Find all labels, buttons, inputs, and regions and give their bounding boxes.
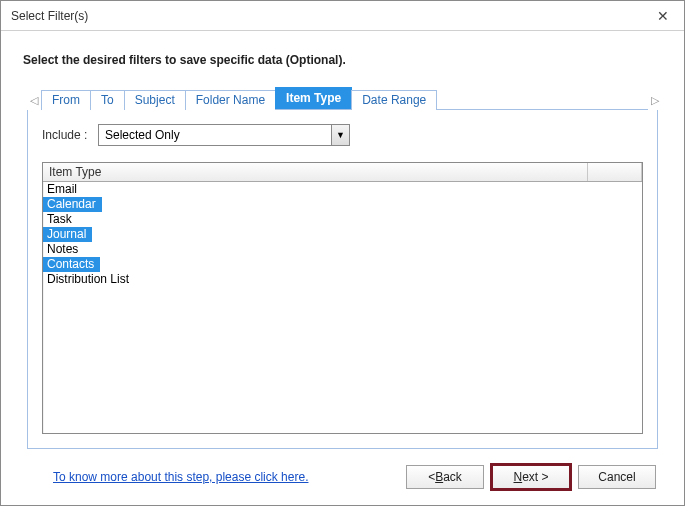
list-item-distribution-list[interactable]: Distribution List bbox=[43, 272, 133, 287]
list-body: Email Calendar Task Journal Notes Contac… bbox=[43, 182, 642, 433]
triangle-left-icon: ◁ bbox=[30, 94, 38, 107]
include-select[interactable]: Selected Only ▼ bbox=[98, 124, 350, 146]
triangle-right-icon: ▷ bbox=[651, 94, 659, 107]
tab-date-range[interactable]: Date Range bbox=[351, 90, 437, 110]
list-header-row: Item Type bbox=[43, 163, 642, 182]
include-row: Include : Selected Only ▼ bbox=[42, 124, 643, 146]
tab-to[interactable]: To bbox=[90, 90, 125, 110]
next-button-mnemonic: N bbox=[513, 470, 522, 484]
tab-from[interactable]: From bbox=[41, 90, 91, 110]
next-button-rest: ext > bbox=[522, 470, 548, 484]
next-button[interactable]: Next > bbox=[492, 465, 570, 489]
list-item-notes[interactable]: Notes bbox=[43, 242, 83, 257]
list-item-calendar[interactable]: Calendar bbox=[43, 197, 102, 212]
tab-scroll-right[interactable]: ▷ bbox=[648, 90, 662, 110]
content-area: Select the desired filters to save speci… bbox=[1, 31, 684, 505]
footer-row: To know more about this step, please cli… bbox=[23, 449, 662, 493]
title-bar: Select Filter(s) ✕ bbox=[1, 1, 684, 31]
include-label: Include : bbox=[42, 128, 98, 142]
list-item-email[interactable]: Email bbox=[43, 182, 83, 197]
tab-strip: ◁ From To Subject Folder Name Item Type … bbox=[27, 87, 662, 110]
tab-subject[interactable]: Subject bbox=[124, 90, 186, 110]
include-select-dropdown-button[interactable]: ▼ bbox=[331, 125, 349, 145]
column-header-spacer bbox=[588, 163, 642, 181]
back-button-mnemonic: B bbox=[435, 470, 443, 484]
back-button-prefix: < bbox=[428, 470, 435, 484]
button-row: < Back Next > Cancel bbox=[406, 465, 656, 489]
back-button-rest: ack bbox=[443, 470, 462, 484]
dialog-title: Select Filter(s) bbox=[11, 9, 88, 23]
tab-folder-name[interactable]: Folder Name bbox=[185, 90, 276, 110]
close-button[interactable]: ✕ bbox=[642, 1, 684, 30]
tab-container: From To Subject Folder Name Item Type Da… bbox=[41, 87, 648, 110]
tab-panel-item-type: Include : Selected Only ▼ Item Type Emai… bbox=[27, 110, 658, 449]
list-item-contacts[interactable]: Contacts bbox=[43, 257, 100, 272]
column-header-item-type[interactable]: Item Type bbox=[43, 163, 588, 181]
close-icon: ✕ bbox=[657, 8, 669, 24]
item-type-listbox: Item Type Email Calendar Task Journal No… bbox=[42, 162, 643, 434]
dialog-window: Select Filter(s) ✕ Select the desired fi… bbox=[0, 0, 685, 506]
include-select-value: Selected Only bbox=[99, 128, 331, 142]
tab-item-type[interactable]: Item Type bbox=[275, 87, 352, 109]
back-button[interactable]: < Back bbox=[406, 465, 484, 489]
tab-scroll-left[interactable]: ◁ bbox=[27, 90, 41, 110]
help-link[interactable]: To know more about this step, please cli… bbox=[53, 470, 308, 484]
instruction-text: Select the desired filters to save speci… bbox=[23, 53, 662, 67]
list-item-journal[interactable]: Journal bbox=[43, 227, 92, 242]
list-item-task[interactable]: Task bbox=[43, 212, 83, 227]
chevron-down-icon: ▼ bbox=[336, 130, 345, 140]
cancel-button[interactable]: Cancel bbox=[578, 465, 656, 489]
